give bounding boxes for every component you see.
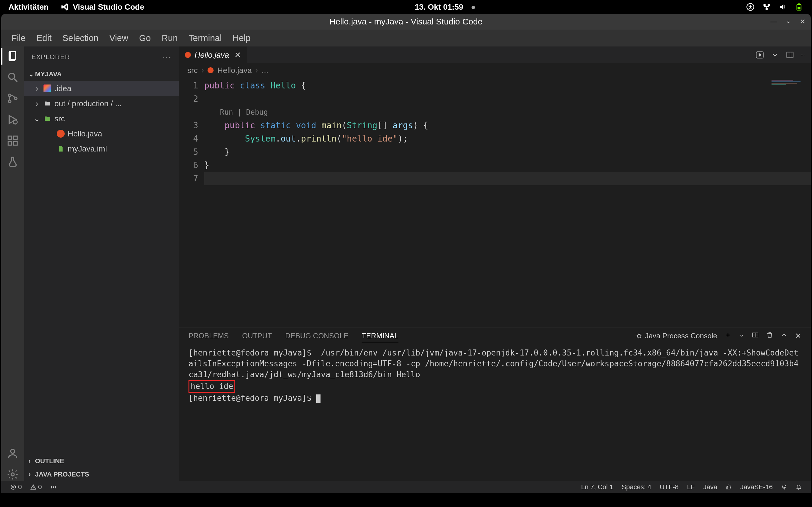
bug-icon <box>635 332 643 339</box>
code-editor[interactable]: 1 2 3 4 5 6 7 public class Hello { Run |… <box>179 77 811 327</box>
svg-point-17 <box>11 449 14 453</box>
accessibility-icon[interactable] <box>746 3 755 11</box>
breadcrumb-more[interactable]: ... <box>262 66 268 75</box>
tree-folder-src[interactable]: ⌄ src <box>24 111 179 126</box>
tree-folder-out[interactable]: › out / production / ... <box>24 96 179 111</box>
svg-point-1 <box>750 5 751 6</box>
explorer-more-icon[interactable]: ··· <box>163 52 171 62</box>
menu-help[interactable]: Help <box>227 32 256 45</box>
terminal-output-line: [henriette@fedora myJava]$ /usr/bin/env … <box>189 348 798 379</box>
chevron-right-icon: › <box>29 470 35 478</box>
maximize-panel-icon[interactable] <box>780 331 788 340</box>
svg-point-18 <box>11 473 14 476</box>
breadcrumb-src[interactable]: src <box>187 66 198 75</box>
svg-rect-15 <box>14 142 17 145</box>
tree-label: Hello.java <box>68 129 102 138</box>
status-language[interactable]: Java <box>699 483 721 491</box>
svg-rect-14 <box>8 142 12 145</box>
status-warnings[interactable]: 0 <box>26 483 46 491</box>
panel-tab-output[interactable]: OUTPUT <box>242 330 272 342</box>
explorer-icon[interactable] <box>6 50 19 63</box>
app-indicator[interactable]: Visual Studio Code <box>61 2 144 12</box>
status-errors[interactable]: 0 <box>6 483 26 491</box>
svg-rect-6 <box>798 3 800 5</box>
clock[interactable]: 13. Okt 01:59 <box>415 2 463 11</box>
chevron-right-icon: › <box>33 99 41 108</box>
more-actions-icon[interactable]: ··· <box>801 52 805 58</box>
panel-tab-terminal[interactable]: TERMINAL <box>362 330 398 342</box>
menu-go[interactable]: Go <box>134 32 156 45</box>
terminal-split-dropdown-icon[interactable] <box>739 332 744 340</box>
close-tab-icon[interactable]: ✕ <box>235 50 241 60</box>
terminal-dropdown-label: Java Process Console <box>645 332 717 340</box>
tree-file-myjava-iml[interactable]: myJava.iml <box>24 141 179 156</box>
outline-section[interactable]: › OUTLINE <box>24 454 179 468</box>
search-icon[interactable] <box>6 71 19 84</box>
status-ln-col[interactable]: Ln 7, Col 1 <box>577 483 617 491</box>
explorer-sidebar: EXPLORER ··· ⌄ MYJAVA › .idea › out / pr… <box>24 47 179 481</box>
battery-icon[interactable] <box>795 3 804 11</box>
kill-terminal-icon[interactable] <box>766 331 773 340</box>
menu-terminal[interactable]: Terminal <box>183 32 227 45</box>
idea-folder-icon <box>44 84 51 92</box>
chevron-down-icon: ⌄ <box>33 114 41 123</box>
java-projects-section[interactable]: › JAVA PROJECTS <box>24 468 179 481</box>
extensions-icon[interactable] <box>6 134 19 147</box>
minimap[interactable] <box>771 79 808 91</box>
status-encoding[interactable]: UTF-8 <box>656 483 683 491</box>
breadcrumb-file[interactable]: Hello.java <box>217 66 252 75</box>
settings-gear-icon[interactable] <box>6 468 19 481</box>
menu-view[interactable]: View <box>104 32 134 45</box>
menu-selection[interactable]: Selection <box>57 32 104 45</box>
outline-label: OUTLINE <box>35 457 64 465</box>
file-tree: › .idea › out / production / ... ⌄ src H… <box>24 81 179 454</box>
accounts-icon[interactable] <box>6 447 19 460</box>
terminal-body[interactable]: [henriette@fedora myJava]$ /usr/bin/env … <box>179 344 811 481</box>
status-spaces[interactable]: Spaces: 4 <box>617 483 656 491</box>
project-name-label: MYJAVA <box>35 70 62 78</box>
panel-tab-debug-console[interactable]: DEBUG CONSOLE <box>285 330 348 342</box>
status-live-share[interactable] <box>46 484 61 490</box>
volume-icon[interactable] <box>779 3 787 11</box>
minimize-button[interactable]: — <box>770 18 777 25</box>
menu-run[interactable]: Run <box>156 32 183 45</box>
new-terminal-icon[interactable] <box>724 331 732 340</box>
project-section-header[interactable]: ⌄ MYJAVA <box>24 68 179 81</box>
run-debug-icon[interactable] <box>6 113 19 126</box>
tree-folder-idea[interactable]: › .idea <box>24 81 179 96</box>
thumbs-up-icon <box>726 484 732 490</box>
menu-file[interactable]: File <box>6 32 31 45</box>
status-bell-icon[interactable] <box>792 483 806 491</box>
split-editor-icon[interactable] <box>786 51 794 59</box>
testing-icon[interactable] <box>6 155 19 168</box>
tab-bar: Hello.java ✕ ··· <box>179 47 811 63</box>
network-icon[interactable] <box>762 3 771 11</box>
activities-button[interactable]: Aktivitäten <box>8 2 49 12</box>
close-panel-icon[interactable]: ✕ <box>795 332 801 340</box>
source-control-icon[interactable] <box>6 92 19 105</box>
close-window-button[interactable]: ✕ <box>800 18 805 25</box>
status-java-thumbs[interactable] <box>721 483 736 491</box>
tree-label: src <box>54 114 65 123</box>
run-button[interactable] <box>756 51 764 59</box>
warning-icon <box>30 484 36 490</box>
notification-dot-icon: ● <box>471 2 476 11</box>
tab-hello-java[interactable]: Hello.java ✕ <box>179 47 247 63</box>
window-title: Hello.java - myJava - Visual Studio Code <box>329 17 483 26</box>
run-dropdown-icon[interactable] <box>771 51 779 59</box>
breadcrumb[interactable]: src › Hello.java › ... <box>179 63 811 77</box>
menu-edit[interactable]: Edit <box>31 32 57 45</box>
tree-file-hello-java[interactable]: Hello.java <box>24 126 179 141</box>
status-bar: 0 0 Ln 7, Col 1 Spaces: 4 UTF-8 LF Java … <box>1 481 811 493</box>
terminal-dropdown[interactable]: Java Process Console <box>635 332 717 340</box>
codelens-run-debug[interactable]: Run | Debug <box>204 106 811 119</box>
app-name-label: Visual Studio Code <box>73 2 144 12</box>
status-jdk[interactable]: JavaSE-16 <box>736 483 777 491</box>
panel-tab-problems[interactable]: PROBLEMS <box>189 330 229 342</box>
split-terminal-icon[interactable] <box>752 331 759 340</box>
status-eol[interactable]: LF <box>683 483 699 491</box>
svg-rect-7 <box>798 7 800 9</box>
maximize-button[interactable]: ▫ <box>787 18 790 25</box>
code-body[interactable]: public class Hello { Run | Debug public … <box>204 77 811 327</box>
status-feedback-icon[interactable] <box>777 483 792 491</box>
